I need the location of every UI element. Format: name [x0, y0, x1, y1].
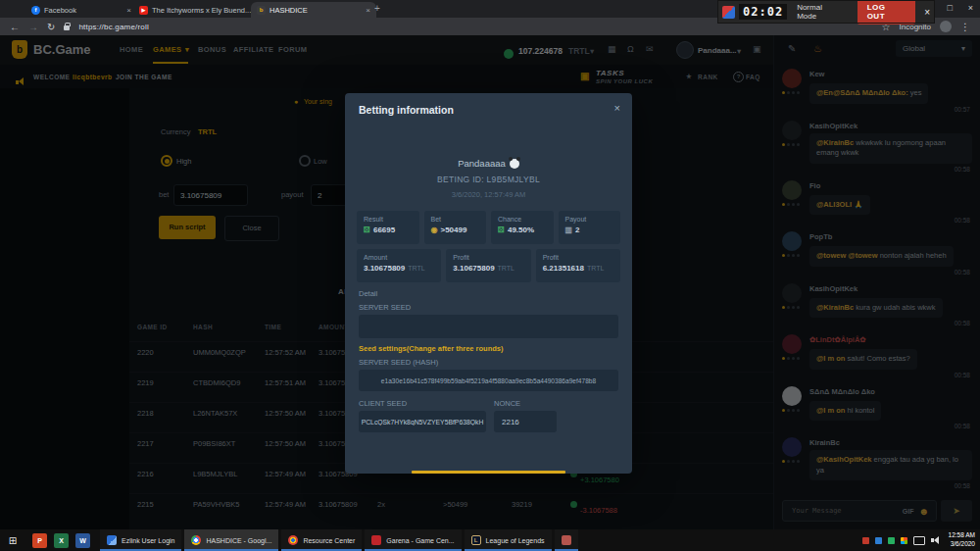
tab-youtube[interactable]: ▶ The Itchyworms x Ely Buend... ×: [133, 2, 255, 18]
start-button[interactable]: ⊞: [0, 535, 25, 546]
screen: f Facebook × ▶ The Itchyworms x Ely Buen…: [0, 0, 980, 551]
league-of-legends-icon: L: [471, 535, 481, 545]
taskbar-app-label: Garena - Game Cen...: [386, 537, 454, 544]
reload-icon[interactable]: ↻: [47, 22, 55, 32]
stat-bet: Bet ◉>50499: [424, 211, 487, 244]
taskbar-app-garena[interactable]: Garena - Game Cen...: [365, 529, 461, 551]
tab-close-icon[interactable]: ×: [126, 6, 131, 15]
stat-profit-total: Profit 6.21351618TRTL: [536, 249, 620, 282]
stat-label: Result: [364, 216, 413, 223]
logout-button[interactable]: LOG OUT: [858, 0, 916, 25]
taskbar-app-ezlink[interactable]: Ezlink User Login: [100, 529, 181, 551]
tab-close-icon[interactable]: ×: [366, 6, 370, 15]
clock-date: 3/6/2020: [949, 540, 975, 549]
word-icon[interactable]: W: [75, 533, 90, 548]
window-maximize-button[interactable]: □: [948, 3, 953, 13]
stat-value: >50499: [440, 225, 466, 234]
dice-icon: ⚄: [364, 225, 370, 234]
stat-label: Profit: [543, 254, 613, 261]
stat-value: 66695: [373, 225, 395, 234]
taskbar-app-league[interactable]: L League of Legends: [465, 529, 552, 551]
taskbar-app-label: HASHDICE - Googl...: [206, 537, 271, 544]
tray-app-icon[interactable]: [875, 537, 882, 544]
volume-icon[interactable]: [931, 536, 940, 545]
tray-antivirus-icon[interactable]: [862, 537, 869, 544]
coin-icon: ◉: [431, 225, 438, 234]
cards-icon: ▥: [565, 225, 573, 234]
timer-countdown: 02:02: [739, 4, 787, 20]
modal-player-name: Pandaaaaa: [345, 158, 632, 169]
taskbar-app-label: League of Legends: [486, 537, 545, 544]
stat-label: Profit: [453, 254, 523, 261]
tab-title: Facebook: [44, 6, 76, 15]
stat-value: 2: [575, 225, 579, 234]
stat-unit: TRTL: [587, 265, 604, 272]
pinned-app-icon: [562, 535, 571, 545]
timer-close-icon[interactable]: ×: [924, 7, 930, 18]
clock-time: 12:58 AM: [949, 531, 975, 540]
seed-settings-label: Seed settings(Change after three rounds): [359, 344, 504, 353]
stat-unit: TRTL: [408, 265, 424, 272]
panda-icon: [510, 159, 519, 169]
stat-amount: Amount 3.10675809TRTL: [357, 249, 441, 282]
stat-label: Chance: [498, 216, 547, 223]
stat-label: Bet: [431, 216, 480, 223]
server-seed-hash-input[interactable]: [359, 370, 618, 391]
timer-mode-label: Normal Mode: [797, 3, 844, 21]
client-seed-input[interactable]: [359, 411, 486, 432]
new-tab-button[interactable]: +: [374, 3, 380, 14]
detail-label: Detail: [359, 289, 377, 298]
taskbar-app-chrome[interactable]: HASHDICE - Googl...: [184, 529, 278, 551]
modal-stats-row: Result ⚄66695 Bet ◉>50499 Chance ⚄49.50%…: [357, 211, 620, 244]
stat-label: Amount: [364, 254, 434, 261]
forward-icon[interactable]: →: [28, 22, 38, 32]
browser-menu-icon[interactable]: ⋮: [960, 22, 970, 32]
garena-icon: [371, 535, 381, 545]
taskbar-app-label: Ezlink User Login: [122, 537, 174, 544]
facebook-favicon: f: [31, 6, 40, 15]
modal-amounts-row: Amount 3.10675809TRTL Profit 3.10675809T…: [357, 249, 620, 282]
network-icon[interactable]: [913, 536, 925, 545]
taskbar-app-label: Resource Center: [303, 537, 355, 544]
tab-facebook[interactable]: f Facebook ×: [25, 2, 137, 18]
modal-bet-id: BETING ID: L9B5MJLYBL: [345, 175, 632, 184]
stat-result: Result ⚄66695: [357, 211, 419, 244]
ez-app-logo: [722, 6, 735, 19]
lock-icon: [64, 25, 70, 30]
back-icon[interactable]: ←: [10, 22, 20, 32]
modal-title: Betting information: [359, 104, 454, 116]
chrome-icon: [191, 535, 201, 545]
window-close-button[interactable]: ×: [968, 3, 973, 13]
ezlink-icon: [107, 535, 117, 545]
tray-windows-icon[interactable]: [901, 537, 907, 544]
tray-app-icon2[interactable]: [888, 537, 895, 544]
betting-information-modal: Betting information × Pandaaaaa BETING I…: [345, 93, 632, 474]
url-text[interactable]: https://bc.game/roll: [78, 23, 149, 31]
windows-taskbar: ⊞ P X W Ezlink User Login HASHDICE - Goo…: [0, 529, 980, 551]
stat-payout: Payout ▥2: [559, 211, 621, 244]
modal-close-icon[interactable]: ×: [614, 102, 620, 114]
stat-value: 49.50%: [508, 225, 534, 234]
powerpoint-icon[interactable]: P: [32, 533, 47, 548]
hashdice-favicon: b: [257, 6, 266, 15]
stat-value: 3.10675809: [364, 264, 405, 273]
stat-chance: Chance ⚄49.50%: [491, 211, 554, 244]
stat-profit: Profit 3.10675809TRTL: [446, 249, 530, 282]
server-seed-input[interactable]: [359, 315, 618, 338]
taskbar-app-resource-center[interactable]: Resource Center: [281, 529, 362, 551]
tab-title: The Itchyworms x Ely Buend...: [152, 6, 251, 15]
nonce-input[interactable]: [494, 411, 557, 432]
excel-icon[interactable]: X: [54, 533, 69, 548]
stat-unit: TRTL: [498, 265, 514, 272]
client-seed-label: CLIENT SEED: [359, 399, 407, 408]
timer-widget: 02:02 Normal Mode LOG OUT ×: [718, 1, 934, 23]
taskbar-clock[interactable]: 12:58 AM 3/6/2020: [949, 531, 975, 549]
system-tray: 12:58 AM 3/6/2020: [862, 531, 980, 549]
modal-accent-bar: [412, 471, 565, 474]
modal-bet-date: 3/6/2020, 12:57:49 AM: [345, 190, 632, 199]
taskbar-app-pinned[interactable]: [555, 529, 578, 551]
tab-hashdice[interactable]: b HASHDICE ×: [251, 2, 376, 18]
incognito-icon: [940, 21, 952, 32]
tab-title: HASHDICE: [270, 6, 308, 15]
server-seed-hash-label: SERVER SEED (HASH): [359, 358, 438, 367]
